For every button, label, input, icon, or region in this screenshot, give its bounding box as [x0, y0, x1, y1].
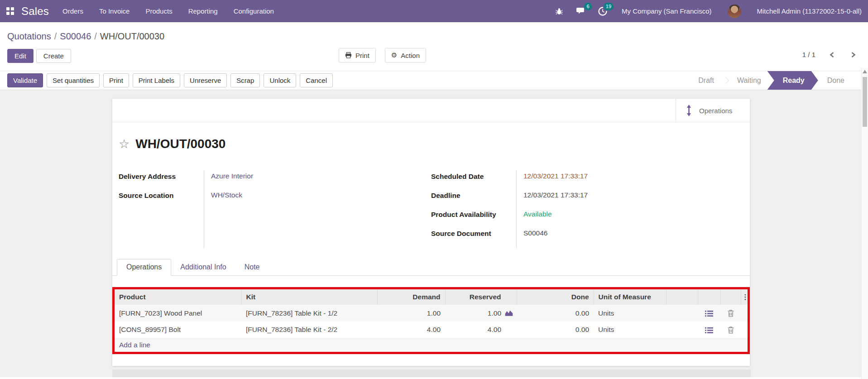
cell-reserved: 1.00	[445, 305, 517, 321]
nav-item-products[interactable]: Products	[145, 7, 172, 15]
print-statusbar-button[interactable]: Print	[103, 73, 129, 87]
statusbar: Validate Set quantities Print Print Labe…	[0, 71, 868, 90]
operations-smart-button-label: Operations	[699, 107, 732, 115]
print-labels-button[interactable]: Print Labels	[133, 73, 180, 87]
nav-item-to-invoice[interactable]: To Invoice	[99, 7, 130, 15]
status-pipeline: Draft Waiting Ready Done	[689, 71, 854, 90]
nav-item-reporting[interactable]: Reporting	[188, 7, 218, 15]
operations-smart-button[interactable]: Operations	[676, 99, 750, 122]
status-stage-waiting[interactable]: Waiting	[728, 71, 770, 90]
cell-uom: Units	[594, 321, 666, 338]
column-options-kebab-icon[interactable]: ⋮	[742, 293, 748, 301]
tab-additional-info[interactable]: Additional Info	[171, 259, 235, 275]
app-brand[interactable]: Sales	[21, 5, 49, 18]
updown-arrow-icon	[686, 105, 692, 116]
status-stage-done[interactable]: Done	[818, 71, 854, 90]
print-button-label: Print	[355, 52, 369, 59]
cell-uom: Units	[594, 305, 666, 321]
breadcrumb-separator: /	[94, 31, 97, 41]
scrollbar-up-arrow-icon[interactable]	[863, 70, 867, 73]
detailed-operations-list-icon[interactable]	[705, 327, 713, 334]
add-line-row: Add a line	[115, 338, 748, 352]
activities-clock-icon[interactable]: 19	[597, 6, 608, 17]
debug-bug-icon[interactable]	[554, 6, 565, 17]
notebook-tabs: Operations Additional Info Note	[112, 259, 750, 276]
delete-trash-icon[interactable]	[728, 310, 734, 317]
pager-previous-icon[interactable]	[829, 51, 835, 58]
print-button[interactable]: Print	[339, 48, 376, 62]
unreserve-button[interactable]: Unreserve	[184, 73, 227, 87]
page-title: WH/OUT/00030	[135, 137, 225, 151]
product-availability-label: Product Availability	[431, 210, 516, 229]
header-spacer	[720, 289, 741, 305]
top-navbar: Sales Orders To Invoice Products Reporti…	[0, 0, 868, 22]
pager-count: 1 / 1	[802, 51, 815, 58]
breadcrumb-quotations[interactable]: Quotations	[7, 31, 51, 41]
field-group-right: Scheduled Date 12/03/2021 17:33:17 Deadl…	[431, 172, 743, 248]
field-group-left: Delivery Address Azure Interior Source L…	[119, 172, 431, 248]
apps-menu-icon[interactable]	[6, 7, 14, 15]
nav-item-configuration[interactable]: Configuration	[234, 7, 274, 15]
cell-demand: 4.00	[377, 321, 445, 338]
table-row[interactable]: [CONS_89957] Bolt [FURN_78236] Table Kit…	[115, 321, 748, 338]
table-row[interactable]: [FURN_7023] Wood Panel [FURN_78236] Tabl…	[115, 305, 748, 321]
source-location-label: Source Location	[119, 191, 204, 210]
user-menu[interactable]: Mitchell Admin (11372002-15-0-all)	[757, 7, 862, 15]
forecast-chart-icon[interactable]	[504, 310, 513, 317]
delivery-address-value[interactable]: Azure Interior	[204, 172, 253, 191]
source-document-value: S00046	[516, 229, 547, 248]
scrollbar-thumb[interactable]	[863, 77, 867, 127]
header-uom: Unit of Measure	[594, 289, 666, 305]
cell-product: [FURN_7023] Wood Panel	[115, 305, 241, 321]
breadcrumb-current: WH/OUT/00030	[100, 31, 164, 41]
pager-next-icon[interactable]	[850, 51, 856, 58]
company-switcher[interactable]: My Company (San Francisco)	[622, 7, 711, 15]
activities-count-badge: 19	[604, 3, 614, 10]
favorite-star-icon[interactable]: ☆	[119, 138, 129, 150]
header-demand: Demand	[377, 289, 445, 305]
delete-trash-icon[interactable]	[728, 326, 734, 334]
breadcrumb: Quotations/S00046/WH/OUT/00030	[0, 22, 868, 44]
cancel-button[interactable]: Cancel	[300, 73, 333, 87]
action-button-label: Action	[401, 52, 420, 59]
cell-done: 0.00	[517, 321, 594, 338]
set-quantities-button[interactable]: Set quantities	[47, 73, 100, 87]
user-avatar[interactable]	[728, 5, 741, 18]
header-kit: Kit	[241, 289, 377, 305]
product-availability-value: Available	[516, 210, 552, 229]
nav-item-orders[interactable]: Orders	[62, 7, 83, 15]
highlight-box: Product Kit Demand Reserved Done Unit of…	[112, 287, 750, 354]
content-area: Operations ☆ WH/OUT/00030 Delivery Addre…	[0, 90, 868, 377]
printer-icon	[345, 52, 352, 58]
header-done: Done	[517, 289, 594, 305]
breadcrumb-s00046[interactable]: S00046	[60, 31, 91, 41]
header-product: Product	[115, 289, 241, 305]
form-sheet: Operations ☆ WH/OUT/00030 Delivery Addre…	[112, 99, 750, 366]
vertical-scrollbar[interactable]	[861, 68, 868, 379]
source-location-value[interactable]: WH/Stock	[204, 191, 242, 210]
table-header-row: Product Kit Demand Reserved Done Unit of…	[115, 289, 748, 305]
tab-operations[interactable]: Operations	[117, 259, 171, 276]
operations-table: Product Kit Demand Reserved Done Unit of…	[115, 289, 748, 352]
breadcrumb-separator: /	[54, 31, 57, 41]
status-stage-ready[interactable]: Ready	[767, 71, 818, 90]
validate-button[interactable]: Validate	[7, 73, 43, 87]
edit-button[interactable]: Edit	[7, 49, 34, 63]
delivery-address-label: Delivery Address	[119, 172, 204, 191]
tab-note[interactable]: Note	[235, 259, 269, 275]
messages-icon[interactable]: 6	[575, 6, 586, 17]
header-spacer	[666, 289, 698, 305]
gear-icon: ⚙	[391, 51, 397, 59]
scheduled-date-label: Scheduled Date	[431, 172, 516, 191]
scrap-button[interactable]: Scrap	[230, 73, 260, 87]
header-reserved: Reserved	[445, 289, 517, 305]
action-button[interactable]: ⚙ Action	[385, 48, 426, 62]
button-box: Operations	[112, 99, 750, 122]
unlock-button[interactable]: Unlock	[264, 73, 296, 87]
status-stage-draft[interactable]: Draft	[689, 71, 723, 90]
deadline-value: 12/03/2021 17:33:17	[516, 191, 588, 210]
detailed-operations-list-icon[interactable]	[705, 310, 713, 317]
add-a-line-link[interactable]: Add a line	[119, 341, 150, 349]
cell-done: 0.00	[517, 305, 594, 321]
create-button[interactable]: Create	[36, 49, 71, 63]
